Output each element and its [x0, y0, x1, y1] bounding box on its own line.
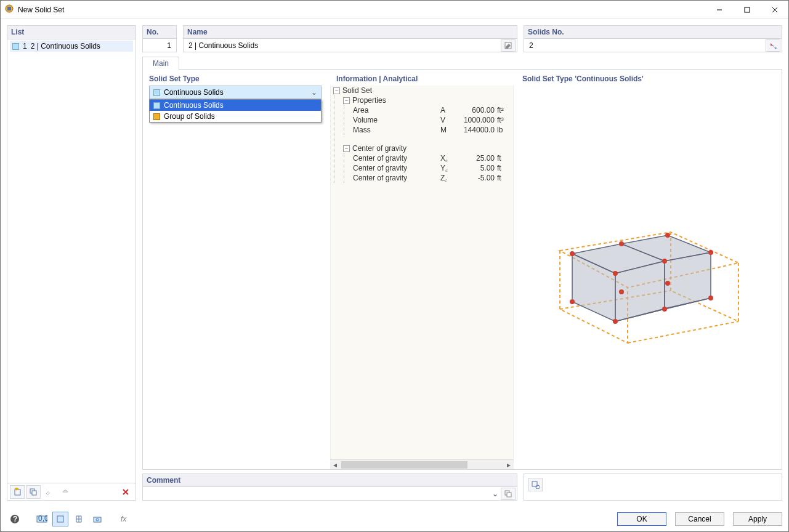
collapse-icon[interactable]: −	[333, 87, 340, 94]
unit-cgy: ft	[497, 164, 513, 172]
prop-volume: Volume	[353, 116, 440, 124]
close-button[interactable]	[761, 1, 788, 18]
unit-mass: lb	[497, 126, 513, 134]
tool-button-1[interactable]	[42, 485, 57, 499]
delete-item-button[interactable]	[118, 485, 133, 499]
combo-swatch-icon	[153, 89, 160, 96]
comment-row: Comment ⌄	[142, 474, 782, 501]
collapse-icon[interactable]: −	[343, 145, 350, 152]
solids-no-input[interactable]	[524, 39, 766, 52]
comment-box: Comment ⌄	[142, 474, 517, 501]
tab-main[interactable]: Main	[142, 57, 179, 70]
val-cgy: 5.00	[459, 164, 497, 172]
unit-cgz: ft	[497, 174, 513, 182]
content: List 1 2 | Continuous Solids ✦ No	[1, 19, 788, 507]
information-pane: Information | Analytical −Solid Set −Pro…	[330, 70, 514, 469]
svg-text:✦: ✦	[14, 488, 20, 493]
view-wireframe-button[interactable]	[71, 512, 87, 526]
unit-cgx: ft	[497, 154, 513, 163]
minimize-button[interactable]	[705, 1, 733, 18]
dropdown-item-label: Continuous Solids	[164, 101, 224, 110]
list-panel: List 1 2 | Continuous Solids ✦	[7, 25, 136, 501]
scroll-right-icon[interactable]: ▸	[504, 461, 514, 469]
list-item[interactable]: 1 2 | Continuous Solids	[10, 41, 133, 52]
cancel-button[interactable]: Cancel	[675, 512, 724, 526]
h-scrollbar[interactable]: ◂ ▸	[330, 459, 514, 469]
function-button[interactable]: fx	[116, 512, 132, 526]
preview-pane: Solid Set Type 'Continuous Solids'	[516, 70, 782, 469]
dropdown-item-continuous[interactable]: Continuous Solids	[150, 100, 321, 111]
name-input[interactable]	[184, 39, 501, 52]
collapse-icon[interactable]: −	[343, 97, 350, 104]
apply-button[interactable]: Apply	[733, 512, 782, 526]
scroll-thumb[interactable]	[341, 461, 467, 469]
copy-item-button[interactable]	[26, 485, 41, 499]
name-box: Name	[183, 25, 517, 52]
prop-mass: Mass	[353, 126, 440, 134]
sym-cgz: Z꜀	[440, 174, 459, 182]
sym-volume: V	[440, 116, 459, 124]
svg-text:0,00: 0,00	[38, 514, 47, 523]
unit-volume: ft³	[497, 116, 513, 124]
combo-dropdown: Continuous Solids Group of Solids	[149, 99, 322, 123]
maximize-button[interactable]	[733, 1, 761, 18]
solid-set-type-combo[interactable]: Continuous Solids ⌄	[149, 86, 322, 99]
sym-cgx: X꜀	[440, 154, 459, 163]
val-cgz: -5.00	[459, 174, 497, 182]
chevron-down-icon[interactable]: ⌄	[490, 490, 501, 498]
solid-set-type-pane: Solid Set Type Continuous Solids ⌄ Conti…	[143, 70, 328, 469]
svg-rect-9	[32, 491, 36, 495]
help-button[interactable]: ?	[7, 512, 23, 526]
swatch-icon	[153, 102, 160, 109]
view-camera-button[interactable]	[89, 512, 105, 526]
dialog-window: New Solid Set List 1 2 | Continuous Soli…	[0, 0, 789, 532]
svg-rect-3	[745, 7, 750, 12]
svg-point-18	[708, 250, 713, 255]
view-solid-button[interactable]	[52, 512, 68, 526]
new-item-button[interactable]: ✦	[10, 485, 25, 499]
info-header: Information | Analytical	[330, 70, 514, 86]
preview-settings-button[interactable]	[528, 478, 543, 491]
sym-cgy: Y꜀	[440, 164, 459, 172]
combo-selected: Continuous Solids	[164, 88, 224, 97]
list-item-no: 1	[23, 42, 27, 50]
main-body: Solid Set Type Continuous Solids ⌄ Conti…	[142, 70, 782, 470]
dropdown-item-label: Group of Solids	[164, 112, 215, 121]
list-toolbar: ✦	[7, 483, 136, 500]
no-input[interactable]	[143, 39, 176, 52]
titlebar: New Solid Set	[1, 1, 788, 19]
pick-solids-button[interactable]	[766, 39, 780, 52]
scroll-left-icon[interactable]: ◂	[330, 461, 340, 469]
svg-point-14	[619, 241, 624, 246]
svg-rect-26	[507, 493, 511, 497]
svg-point-28	[536, 485, 540, 489]
val-mass: 144000.0	[459, 126, 497, 134]
dropdown-item-group[interactable]: Group of Solids	[150, 111, 321, 122]
svg-point-24	[665, 281, 670, 286]
list-item-text: 2 | Continuous Solids	[31, 42, 100, 50]
solids-no-box: Solids No.	[524, 25, 782, 52]
chevron-down-icon: ⌄	[311, 88, 317, 97]
tabs: Main	[142, 56, 782, 70]
comment-label: Comment	[143, 474, 517, 487]
units-button[interactable]: 0,00	[34, 512, 50, 526]
svg-point-20	[613, 319, 618, 324]
window-title: New Solid Set	[18, 6, 64, 14]
tree-properties: Properties	[352, 96, 513, 105]
comment-library-button[interactable]	[501, 488, 516, 500]
tool-button-2[interactable]	[58, 485, 73, 499]
comment-input[interactable]	[143, 487, 490, 500]
edit-name-button[interactable]	[501, 39, 516, 52]
list-header: List	[7, 26, 136, 39]
preview-toolbar	[524, 474, 782, 501]
preview-body[interactable]	[522, 86, 775, 464]
ok-button[interactable]: OK	[617, 512, 666, 526]
svg-rect-1	[7, 7, 11, 10]
name-label: Name	[184, 26, 517, 39]
solid-set-type-header: Solid Set Type	[149, 75, 322, 83]
svg-point-21	[662, 307, 667, 312]
prop-cgx: Center of gravity	[353, 154, 440, 163]
info-tree: −Solid Set −Properties AreaA600.00ft² Vo…	[330, 86, 514, 459]
prop-area: Area	[353, 106, 440, 115]
list-body: 1 2 | Continuous Solids	[7, 39, 136, 483]
